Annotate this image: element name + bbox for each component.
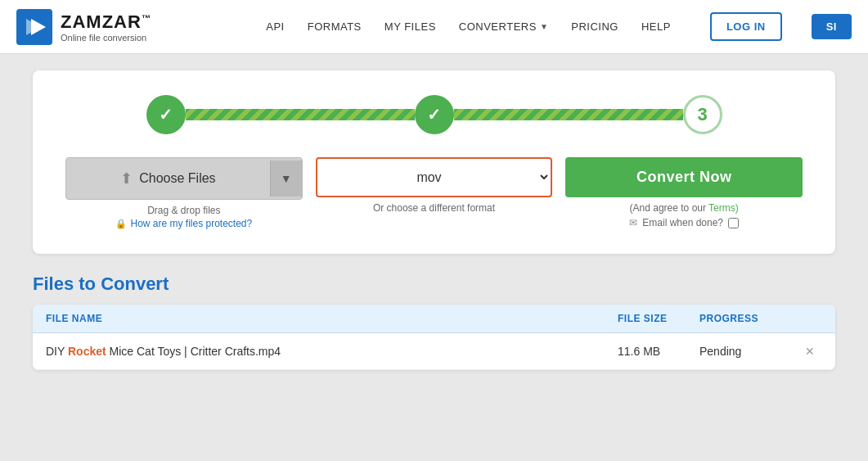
files-title: Files to Convert: [33, 273, 835, 305]
email-icon: ✉: [629, 217, 637, 228]
files-section-wrapper: Files to Convert FILE NAME FILE SIZE PRO…: [33, 273, 835, 370]
terms-link[interactable]: Terms): [708, 202, 739, 214]
remove-file-button[interactable]: ✕: [798, 345, 822, 358]
format-select-wrapper: mov mp4 avi mkv wmv flv webm gif: [316, 157, 553, 197]
or-choose-format-text: Or choose a different format: [373, 202, 495, 214]
step-1-circle: ✓: [146, 95, 186, 134]
filename-suffix: Mice Cat Toys | Critter Crafts.mp4: [106, 345, 281, 358]
files-title-plain: Files to: [33, 273, 101, 294]
col-header-filename: FILE NAME: [46, 313, 618, 324]
header: ZAMZAR™ Online file conversion API FORMA…: [0, 0, 868, 54]
nav-pricing[interactable]: PRICING: [571, 20, 618, 33]
svg-marker-1: [31, 19, 46, 35]
converters-chevron-icon: ▼: [540, 22, 548, 31]
convert-now-button[interactable]: Convert Now: [565, 157, 803, 197]
table-header: FILE NAME FILE SIZE PROGRESS: [33, 305, 835, 333]
upload-icon: ⬆: [120, 169, 133, 188]
step-2-circle: ✓: [415, 95, 454, 134]
format-select[interactable]: mov mp4 avi mkv wmv flv webm gif: [317, 159, 551, 196]
cell-filename: DIY Rocket Mice Cat Toys | Critter Craft…: [46, 345, 618, 358]
filename-prefix: DIY: [46, 345, 68, 358]
choose-files-area: ⬆ Choose Files ▼ Drag & drop files 🔒 How…: [65, 157, 303, 229]
step-1-check: ✓: [159, 105, 173, 124]
drag-drop-text: Drag & drop files: [147, 205, 220, 216]
files-title-colored: Convert: [101, 273, 169, 294]
choose-files-button[interactable]: ⬆ Choose Files ▼: [65, 157, 303, 200]
logo-text-block: ZAMZAR™ Online file conversion: [61, 11, 151, 43]
terms-text: (And agree to our Terms): [630, 202, 739, 214]
step-2-check: ✓: [427, 105, 441, 124]
nav-converters[interactable]: CONVERTERS ▼: [459, 20, 548, 33]
step-line-1: [186, 109, 415, 120]
email-when-done-checkbox[interactable]: [728, 218, 739, 228]
convert-area: Convert Now (And agree to our Terms) ✉ E…: [565, 157, 803, 228]
converter-card: ✓ ✓ 3 ⬆ Choose Files ▼: [33, 70, 835, 254]
logo-name: ZAMZAR™: [61, 11, 151, 33]
files-table: FILE NAME FILE SIZE PROGRESS DIY Rocket …: [33, 305, 835, 370]
protected-label: How are my files protected?: [130, 218, 252, 229]
signup-button[interactable]: SI: [812, 14, 852, 39]
nav: API FORMATS MY FILES CONVERTERS ▼ PRICIN…: [266, 12, 852, 41]
col-header-filesize: FILE SIZE: [618, 313, 699, 324]
lock-icon: 🔒: [115, 219, 127, 229]
nav-formats[interactable]: FORMATS: [308, 20, 362, 33]
col-header-progress: PROGRESS: [699, 313, 798, 324]
step-line-2: [454, 109, 683, 120]
action-row: ⬆ Choose Files ▼ Drag & drop files 🔒 How…: [65, 157, 803, 229]
step-3-label: 3: [697, 104, 707, 125]
nav-help[interactable]: HELP: [641, 20, 671, 33]
login-button[interactable]: LOG IN: [710, 12, 782, 41]
steps-container: ✓ ✓ 3: [65, 95, 803, 134]
protected-link[interactable]: 🔒 How are my files protected?: [115, 218, 252, 229]
col-header-action: [798, 313, 822, 324]
cell-progress: Pending: [699, 345, 798, 358]
format-area: mov mp4 avi mkv wmv flv webm gif Or choo…: [316, 157, 553, 214]
nav-api[interactable]: API: [266, 20, 284, 33]
dropdown-chevron-icon: ▼: [281, 172, 292, 185]
step-3-circle: 3: [683, 95, 722, 134]
nav-my-files[interactable]: MY FILES: [385, 20, 436, 33]
choose-files-main: ⬆ Choose Files: [66, 158, 270, 199]
logo-area: ZAMZAR™ Online file conversion: [16, 9, 151, 45]
main-content: ✓ ✓ 3 ⬆ Choose Files ▼: [0, 54, 868, 386]
choose-files-label: Choose Files: [139, 171, 215, 186]
email-row: ✉ Email when done?: [629, 217, 739, 228]
email-when-done-label: Email when done?: [642, 217, 723, 228]
filename-highlight: Rocket: [68, 345, 106, 358]
logo-tagline: Online file conversion: [61, 33, 151, 43]
cell-filesize: 11.6 MB: [618, 345, 699, 358]
table-row: DIY Rocket Mice Cat Toys | Critter Craft…: [33, 333, 835, 370]
choose-files-dropdown-arrow[interactable]: ▼: [270, 160, 302, 197]
logo-icon: [16, 9, 52, 45]
